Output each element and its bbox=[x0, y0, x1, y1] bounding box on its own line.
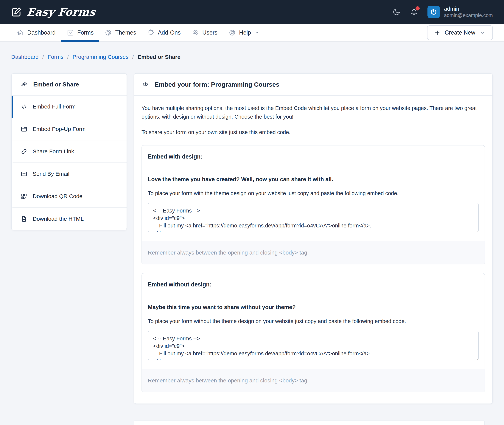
card-body: Love the theme you have created? Well, n… bbox=[142, 168, 484, 241]
sidebar-item-label: Download QR Code bbox=[33, 193, 83, 199]
user-name: admin bbox=[444, 5, 493, 12]
share-sidebar: Embed or Share Embed Full Form Embed Pop… bbox=[11, 73, 127, 230]
card-footer-note: Remember always between the opening and … bbox=[142, 369, 484, 392]
embed-without-design-card: Embed without design: Maybe this time yo… bbox=[142, 273, 485, 392]
card-title: Embed with design: bbox=[142, 146, 484, 168]
embed-code-without-design-textarea[interactable]: <!-- Easy Forms --> <div id="c9"> Fill o… bbox=[148, 331, 479, 360]
life-ring-icon bbox=[229, 29, 236, 36]
nav-tabs: Dashboard Forms Themes Add-Ons Users bbox=[11, 24, 265, 41]
intro-paragraph: You have multiple sharing options, the m… bbox=[142, 104, 485, 121]
content-area: Embed or Share Embed Full Form Embed Pop… bbox=[0, 73, 504, 404]
breadcrumb-current: Embed or Share bbox=[137, 54, 181, 60]
card-paragraph: To place your form without the theme des… bbox=[148, 318, 479, 324]
tab-users[interactable]: Users bbox=[186, 24, 223, 41]
user-email: admin@example.com bbox=[444, 12, 493, 19]
notification-badge bbox=[416, 6, 420, 10]
top-bar: Easy Forms admin admin@example.com bbox=[0, 0, 504, 24]
next-section-edge bbox=[134, 420, 484, 425]
sidebar-item-share-form-link[interactable]: Share Form Link bbox=[12, 140, 127, 163]
create-new-button[interactable]: Create New bbox=[427, 25, 493, 40]
tab-label: Users bbox=[202, 29, 217, 36]
breadcrumb-link-form-name[interactable]: Programming Courses bbox=[72, 54, 128, 60]
breadcrumb-separator: / bbox=[132, 54, 134, 60]
tab-forms[interactable]: Forms bbox=[61, 24, 99, 41]
power-icon bbox=[430, 8, 437, 16]
embed-panel: Embed your form: Programming Courses You… bbox=[134, 73, 493, 404]
tab-label: Themes bbox=[115, 29, 136, 36]
brand-logo[interactable]: Easy Forms bbox=[11, 6, 95, 18]
link-icon bbox=[20, 148, 27, 155]
sidebar-item-embed-full-form[interactable]: Embed Full Form bbox=[12, 96, 127, 118]
breadcrumb-separator: / bbox=[67, 54, 69, 60]
tab-themes[interactable]: Themes bbox=[99, 24, 142, 41]
card-paragraph: To place your form with the theme design… bbox=[148, 190, 479, 196]
card-lead: Love the theme you have created? Well, n… bbox=[148, 176, 479, 182]
users-icon bbox=[192, 29, 199, 36]
sidebar-item-label: Embed Pop-Up Form bbox=[33, 126, 85, 132]
share-icon bbox=[20, 81, 28, 88]
dark-mode-toggle[interactable] bbox=[392, 8, 401, 16]
card-title: Embed without design: bbox=[142, 273, 484, 296]
sidebar-item-download-qr-code[interactable]: Download QR Code bbox=[12, 185, 127, 208]
sidebar-item-embed-popup-form[interactable]: Embed Pop-Up Form bbox=[12, 118, 127, 140]
notifications-button[interactable] bbox=[410, 8, 418, 16]
code-icon bbox=[142, 80, 149, 88]
intro-paragraph: To share your form on your own site just… bbox=[142, 128, 485, 137]
sidebar-item-download-the-html[interactable]: Download the HTML bbox=[12, 208, 127, 230]
envelope-icon bbox=[20, 171, 27, 177]
tab-add-ons[interactable]: Add-Ons bbox=[142, 24, 186, 41]
file-download-icon bbox=[20, 215, 27, 222]
avatar bbox=[427, 6, 440, 18]
breadcrumb: Dashboard / Forms / Programming Courses … bbox=[0, 42, 504, 73]
embed-with-design-card: Embed with design: Love the theme you ha… bbox=[142, 145, 485, 264]
breadcrumb-link-dashboard[interactable]: Dashboard bbox=[11, 54, 39, 60]
embed-panel-header: Embed your form: Programming Courses bbox=[134, 73, 492, 96]
main-nav: Dashboard Forms Themes Add-Ons Users bbox=[0, 24, 504, 42]
top-bar-actions: admin admin@example.com bbox=[392, 5, 493, 19]
home-icon bbox=[17, 29, 24, 36]
plus-icon bbox=[434, 29, 440, 36]
tab-dashboard[interactable]: Dashboard bbox=[11, 24, 61, 41]
sidebar-item-label: Send By Email bbox=[33, 171, 69, 177]
tab-label: Forms bbox=[77, 29, 94, 36]
card-body: Maybe this time you want to share withou… bbox=[142, 296, 484, 369]
page-title: Embed your form: Programming Courses bbox=[155, 81, 279, 88]
sidebar-item-send-by-email[interactable]: Send By Email bbox=[12, 163, 127, 185]
embed-code-with-design-textarea[interactable]: <!-- Easy Forms --> <div id="c9"> Fill o… bbox=[148, 203, 479, 232]
moon-icon bbox=[392, 8, 401, 16]
pencil-square-icon bbox=[11, 7, 22, 17]
card-footer-note: Remember always between the opening and … bbox=[142, 241, 484, 264]
breadcrumb-link-forms[interactable]: Forms bbox=[48, 54, 64, 60]
tab-help[interactable]: Help bbox=[223, 24, 265, 41]
sidebar-item-label: Download the HTML bbox=[33, 216, 84, 222]
user-meta: admin admin@example.com bbox=[444, 5, 493, 19]
window-icon bbox=[20, 126, 27, 133]
code-icon bbox=[20, 103, 27, 110]
sidebar-title-label: Embed or Share bbox=[33, 81, 79, 88]
tab-label: Add-Ons bbox=[158, 29, 181, 36]
tab-label: Help bbox=[239, 29, 251, 36]
tab-label: Dashboard bbox=[27, 29, 56, 36]
breadcrumb-separator: / bbox=[42, 54, 44, 60]
embed-panel-body: You have multiple sharing options, the m… bbox=[134, 96, 492, 404]
sidebar-title: Embed or Share bbox=[12, 73, 127, 96]
palette-icon bbox=[105, 29, 112, 36]
create-new-label: Create New bbox=[445, 29, 475, 36]
card-lead: Maybe this time you want to share withou… bbox=[148, 304, 479, 310]
sidebar-item-label: Embed Full Form bbox=[33, 103, 76, 110]
brand-name: Easy Forms bbox=[26, 6, 96, 18]
chevron-down-icon bbox=[255, 30, 259, 35]
user-menu[interactable]: admin admin@example.com bbox=[427, 5, 493, 19]
sidebar-item-label: Share Form Link bbox=[33, 148, 74, 155]
puzzle-icon bbox=[147, 29, 154, 36]
chevron-down-icon bbox=[479, 29, 486, 36]
check-square-icon bbox=[67, 29, 74, 36]
qr-code-icon bbox=[20, 193, 27, 200]
